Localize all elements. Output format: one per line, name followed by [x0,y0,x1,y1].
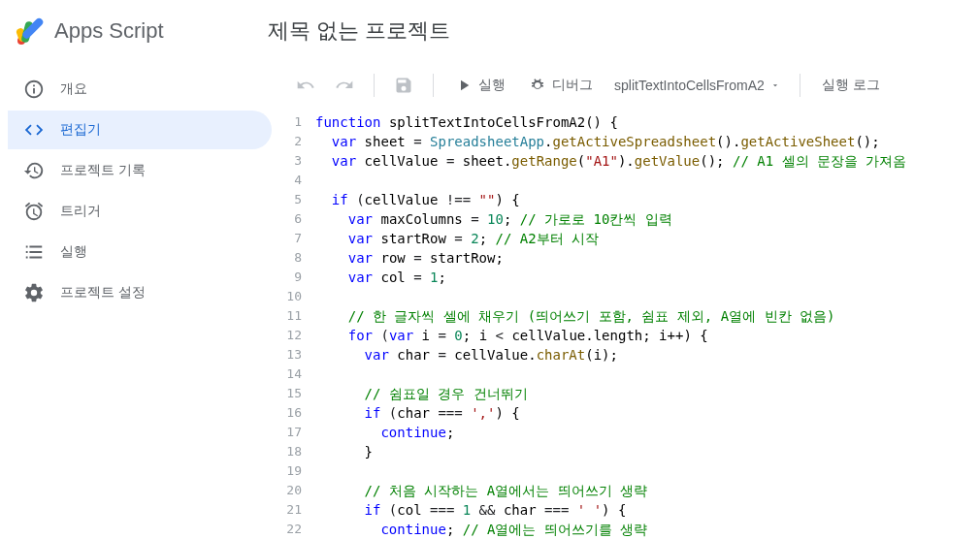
code-line[interactable]: if (col === 1 && char === ' ') { [311,500,980,520]
sidebar-item-settings[interactable]: 프로젝트 설정 [8,273,272,312]
code-line[interactable]: continue; // A열에는 띄어쓰기를 생략 [311,520,980,539]
line-number: 16 [273,403,302,423]
product-name: Apps Script [54,18,164,44]
line-number: 6 [273,209,302,229]
line-number: 22 [273,520,302,539]
code-line[interactable] [311,461,980,481]
run-button[interactable]: 실행 [445,68,515,103]
code-line[interactable]: var cellValue = sheet.getRange("A1").get… [311,151,980,171]
code-line[interactable] [311,365,980,384]
editor-toolbar: 실행 디버그 splitTextIntoCellsFromA2 실행 로그 [273,62,980,109]
line-number-gutter: 123456789101112131415161718192021222324 [273,109,311,539]
save-button[interactable] [386,68,421,103]
project-title[interactable]: 제목 없는 프로젝트 [268,16,450,46]
debug-label: 디버그 [552,77,593,94]
apps-script-logo-icon [16,16,47,47]
line-number: 13 [273,345,302,365]
line-number: 12 [273,326,302,345]
undo-button[interactable] [288,68,323,103]
undo-icon [296,76,315,95]
function-selected-label: splitTextIntoCellsFromA2 [614,78,765,93]
toolbar-separator [433,74,434,97]
line-number: 15 [273,384,302,403]
debug-button[interactable]: 디버그 [519,68,603,103]
code-line[interactable]: var row = startRow; [311,248,980,268]
redo-button[interactable] [327,68,362,103]
line-number: 5 [273,190,302,209]
bug-icon [529,77,546,94]
alarm-icon [23,201,45,222]
sidebar-nav: 개요 편집기 프로젝트 기록 트리거 [0,62,272,539]
redo-icon [335,76,354,95]
code-area[interactable]: function splitTextIntoCellsFromA2() { va… [311,109,980,539]
line-number: 10 [273,287,302,306]
line-number: 17 [273,423,302,442]
history-icon [23,160,45,181]
sidebar-item-executions[interactable]: 실행 [8,233,272,271]
line-number: 3 [273,151,302,171]
sidebar-item-history[interactable]: 프로젝트 기록 [8,151,272,190]
play-icon [455,77,473,94]
code-line[interactable]: // 처음 시작하는 A열에서는 띄어쓰기 생략 [311,481,980,500]
run-label: 실행 [478,77,506,94]
code-line[interactable]: // 쉼표일 경우 건너뛰기 [311,384,980,403]
code-line[interactable]: } [311,442,980,461]
line-number: 21 [273,500,302,520]
code-line[interactable]: var startRow = 2; // A2부터 시작 [311,229,980,248]
code-line[interactable]: // 한 글자씩 셀에 채우기 (띄어쓰기 포함, 쉼표 제외, A열에 빈칸 … [311,306,980,326]
code-line[interactable]: if (char === ',') { [311,403,980,423]
line-number: 19 [273,461,302,481]
code-icon [23,119,45,141]
sidebar-item-triggers[interactable]: 트리거 [8,192,272,231]
sidebar-item-label: 프로젝트 설정 [60,284,146,301]
toolbar-separator [800,74,800,97]
gear-icon [23,282,45,303]
line-number: 8 [273,248,302,268]
sidebar-item-label: 개요 [60,80,87,98]
info-icon [23,79,45,100]
line-number: 11 [273,306,302,326]
sidebar-item-label: 프로젝트 기록 [60,162,146,179]
sidebar-item-label: 편집기 [60,121,101,139]
line-number: 4 [273,171,302,190]
toolbar-separator [374,74,375,97]
function-selector[interactable]: splitTextIntoCellsFromA2 [606,68,788,103]
sidebar-item-label: 트리거 [60,203,101,220]
code-line[interactable]: continue; [311,423,980,442]
execution-log-button[interactable]: 실행 로그 [812,68,890,103]
list-icon [23,241,45,263]
line-number: 18 [273,442,302,461]
line-number: 1 [273,112,302,132]
app-header: Apps Script 제목 없는 프로젝트 [0,0,980,62]
code-line[interactable]: var char = cellValue.charAt(i); [311,345,980,365]
line-number: 14 [273,365,302,384]
sidebar-item-label: 실행 [60,243,87,261]
logo-area: Apps Script [16,16,268,47]
code-line[interactable]: function splitTextIntoCellsFromA2() { [311,112,980,132]
code-line[interactable]: var maxColumns = 10; // 가로로 10칸씩 입력 [311,209,980,229]
line-number: 7 [273,229,302,248]
code-editor[interactable]: 123456789101112131415161718192021222324 … [273,109,980,539]
main-area: 실행 디버그 splitTextIntoCellsFromA2 실행 로그 12… [272,62,980,539]
code-line[interactable]: var col = 1; [311,268,980,287]
code-line[interactable]: var sheet = SpreadsheetApp.getActiveSpre… [311,132,980,151]
log-label: 실행 로그 [822,77,880,94]
line-number: 9 [273,268,302,287]
sidebar-item-editor[interactable]: 편집기 [8,111,272,149]
save-icon [394,76,413,95]
sidebar-item-overview[interactable]: 개요 [8,70,272,109]
code-line[interactable]: if (cellValue !== "") { [311,190,980,209]
line-number: 2 [273,132,302,151]
code-line[interactable]: for (var i = 0; i < cellValue.length; i+… [311,326,980,345]
code-line[interactable] [311,171,980,190]
dropdown-arrow-icon [770,80,780,90]
line-number: 20 [273,481,302,500]
code-line[interactable] [311,287,980,306]
